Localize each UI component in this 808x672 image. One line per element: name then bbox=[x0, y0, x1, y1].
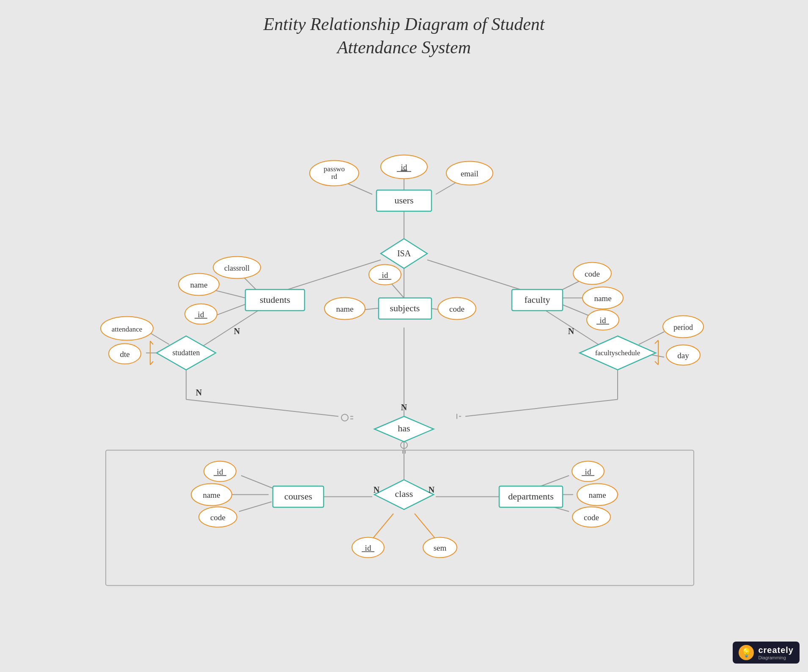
entity-students: students bbox=[260, 294, 290, 305]
creately-name: creately bbox=[758, 645, 794, 655]
diagram-area: users students faculty subjects courses … bbox=[34, 68, 774, 647]
attr-students-id: id bbox=[198, 310, 204, 319]
svg-line-37 bbox=[415, 514, 436, 539]
attr-departments-id: id bbox=[585, 467, 591, 476]
rel-studatten: studatten bbox=[173, 348, 200, 357]
attr-attendance: attendance bbox=[112, 325, 143, 333]
attr-courses-id: id bbox=[217, 467, 223, 476]
svg-point-38 bbox=[341, 414, 348, 421]
svg-line-93 bbox=[655, 340, 658, 344]
attr-subjects-code: code bbox=[449, 304, 464, 313]
svg-line-90 bbox=[150, 341, 153, 345]
entity-courses: courses bbox=[284, 491, 312, 502]
svg-text:rd: rd bbox=[331, 173, 338, 181]
attr-subjects-id: id bbox=[382, 271, 388, 280]
attr-faculty-id: id bbox=[600, 316, 606, 325]
attr-users-id: id bbox=[401, 163, 407, 172]
attr-class-id: id bbox=[365, 543, 371, 552]
card-students-studatten: N bbox=[234, 326, 240, 336]
attr-faculty-code: code bbox=[585, 269, 600, 278]
attr-users-password: passwo bbox=[324, 165, 345, 173]
diagram-title: Entity Relationship Diagram of Student A… bbox=[0, 13, 808, 59]
attr-dte: dte bbox=[120, 350, 129, 359]
rel-has: has bbox=[398, 423, 410, 433]
attr-day: day bbox=[677, 351, 689, 360]
attr-departments-name: name bbox=[588, 491, 606, 499]
creately-text: creately Diagramming bbox=[758, 645, 794, 660]
card-class-departments: N bbox=[429, 485, 435, 494]
creately-badge: 💡 creately Diagramming bbox=[733, 642, 800, 664]
svg-line-23 bbox=[639, 332, 664, 345]
svg-line-92 bbox=[150, 362, 153, 365]
svg-line-32 bbox=[239, 502, 272, 512]
card-class-courses: N bbox=[374, 485, 380, 494]
attr-users-email: email bbox=[461, 169, 478, 178]
entity-departments: departments bbox=[508, 491, 554, 502]
svg-line-36 bbox=[372, 514, 393, 539]
attr-faculty-name: name bbox=[594, 294, 611, 303]
svg-line-7 bbox=[212, 290, 245, 298]
card-studatten-has: N bbox=[196, 388, 202, 397]
attr-courses-code: code bbox=[210, 513, 225, 522]
svg-line-20 bbox=[186, 400, 338, 417]
attr-period: period bbox=[673, 323, 693, 332]
attr-students-classroll: classroll bbox=[224, 264, 250, 272]
attr-courses-name: name bbox=[203, 491, 220, 499]
main-container: Entity Relationship Diagram of Student A… bbox=[0, 0, 808, 672]
attr-departments-code: code bbox=[584, 513, 599, 522]
card-faculty-facultyschedule: N bbox=[568, 326, 574, 336]
card-subjects-has: N bbox=[401, 403, 407, 412]
rel-class: class bbox=[395, 488, 413, 499]
svg-line-5 bbox=[427, 260, 520, 290]
entity-users: users bbox=[394, 195, 413, 206]
entity-faculty: faculty bbox=[524, 294, 550, 305]
attr-class-sem: sem bbox=[434, 543, 447, 552]
svg-line-30 bbox=[241, 476, 273, 488]
svg-line-95 bbox=[655, 362, 658, 365]
entity-subjects: subjects bbox=[390, 303, 420, 313]
rel-facultyschedule: facultyschedule bbox=[595, 349, 640, 357]
creately-sub: Diagramming bbox=[758, 655, 786, 660]
svg-line-26 bbox=[465, 400, 618, 417]
bulb-icon: 💡 bbox=[739, 645, 754, 660]
svg-line-4 bbox=[288, 260, 381, 290]
attr-subjects-name: name bbox=[336, 304, 353, 313]
rel-isa: ISA bbox=[397, 249, 411, 258]
attr-students-name: name bbox=[190, 280, 207, 289]
